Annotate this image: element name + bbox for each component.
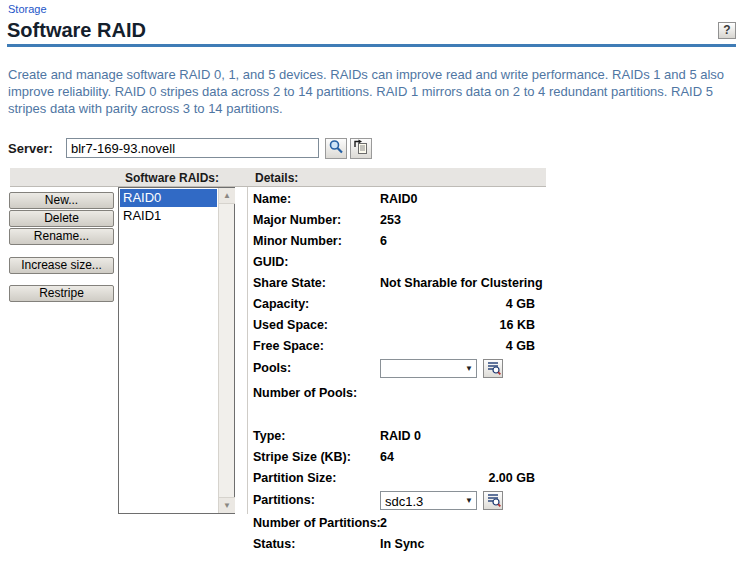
- detail-row-share-state: Share State: Not Sharable for Clustering: [253, 276, 535, 294]
- chevron-down-icon: ▼: [465, 364, 473, 373]
- browse-details-icon: [486, 360, 501, 378]
- browse-details-icon: [486, 492, 501, 510]
- delete-button[interactable]: Delete: [9, 210, 114, 227]
- detail-row-number-of-pools: Number of Pools:: [253, 386, 535, 404]
- raids-list-header: Software RAIDs:: [125, 171, 219, 185]
- new-button[interactable]: New...: [9, 192, 114, 209]
- server-history-button[interactable]: [350, 138, 372, 159]
- server-input[interactable]: [66, 138, 319, 158]
- detail-row-partition-size: Partition Size: 2.00 GB: [253, 471, 535, 489]
- scroll-up-icon[interactable]: ▲: [219, 188, 235, 204]
- server-search-button[interactable]: [325, 138, 347, 159]
- chevron-down-icon: ▼: [465, 496, 473, 505]
- server-field-label: Server:: [8, 141, 53, 156]
- details-separator: [247, 187, 248, 514]
- detail-row-status: Status: In Sync: [253, 537, 535, 555]
- detail-row-type: Type: RAID 0: [253, 429, 535, 447]
- detail-row-pools: Pools: ▼: [253, 361, 535, 379]
- detail-row-minor-number: Minor Number: 6: [253, 234, 535, 252]
- increase-size-button[interactable]: Increase size...: [9, 257, 114, 274]
- detail-value: 2.00 GB: [488, 471, 535, 485]
- detail-row-capacity: Capacity: 4 GB: [253, 297, 535, 315]
- detail-value: 2: [380, 516, 387, 530]
- details-header: Details:: [255, 171, 298, 185]
- section-header-bar: Software RAIDs: Details:: [10, 168, 546, 187]
- pools-browse-button[interactable]: [483, 359, 503, 378]
- detail-value: RAID 0: [380, 429, 421, 443]
- detail-value: 64: [380, 450, 394, 464]
- partitions-dropdown-value: sdc1.3: [385, 494, 423, 509]
- partitions-dropdown[interactable]: sdc1.3 ▼: [380, 491, 477, 510]
- title-divider: [7, 44, 736, 47]
- restripe-button[interactable]: Restripe: [9, 285, 114, 302]
- detail-value: RAID0: [380, 192, 418, 206]
- detail-row-stripe-size: Stripe Size (KB): 64: [253, 450, 535, 468]
- detail-value: In Sync: [380, 537, 424, 551]
- raid-list-item[interactable]: RAID0: [120, 189, 217, 207]
- detail-row-number-of-partitions: Number of Partitions: 2: [253, 516, 535, 534]
- search-icon: [328, 139, 344, 159]
- pools-dropdown[interactable]: ▼: [380, 359, 477, 378]
- raid-list-item[interactable]: RAID1: [120, 207, 217, 225]
- help-button[interactable]: ?: [718, 22, 736, 39]
- detail-row-major-number: Major Number: 253: [253, 213, 535, 231]
- breadcrumb-storage-link[interactable]: Storage: [8, 3, 47, 15]
- page-title: Software RAID: [7, 19, 146, 42]
- detail-value: 4 GB: [506, 339, 535, 353]
- detail-row-name: Name: RAID0: [253, 192, 535, 210]
- detail-value: 253: [380, 213, 401, 227]
- partitions-browse-button[interactable]: [483, 491, 503, 510]
- page-description: Create and manage software RAID 0, 1, an…: [8, 66, 741, 117]
- detail-value: 16 KB: [500, 318, 535, 332]
- detail-row-guid: GUID:: [253, 255, 535, 273]
- detail-row-partitions: Partitions: sdc1.3 ▼: [253, 493, 535, 511]
- detail-value: 4 GB: [506, 297, 535, 311]
- scroll-down-icon[interactable]: ▼: [219, 497, 235, 513]
- detail-value: Not Sharable for Clustering: [380, 276, 543, 290]
- rename-button[interactable]: Rename...: [9, 228, 114, 245]
- software-raids-listbox[interactable]: RAID0 RAID1 ▲ ▼: [118, 187, 235, 514]
- object-history-icon: [353, 139, 369, 159]
- detail-value: 6: [380, 234, 387, 248]
- list-scrollbar[interactable]: ▲ ▼: [218, 188, 234, 513]
- detail-row-used-space: Used Space: 16 KB: [253, 318, 535, 336]
- detail-row-free-space: Free Space: 4 GB: [253, 339, 535, 357]
